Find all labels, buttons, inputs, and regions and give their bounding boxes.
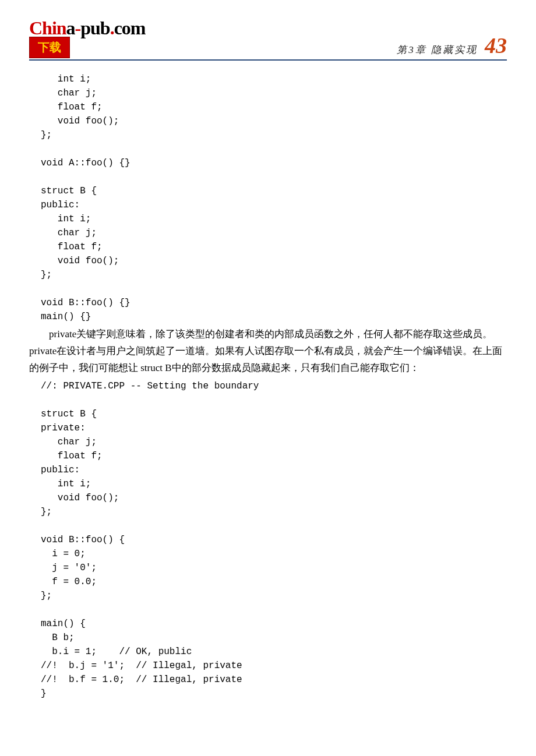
page-header: China-pub.com 下载 第3章 隐藏实现 43 bbox=[29, 17, 507, 61]
page-content: China-pub.com 下载 第3章 隐藏实现 43 int i; char… bbox=[0, 0, 536, 730]
logo-part: Chin bbox=[29, 17, 66, 38]
logo-part: . bbox=[110, 17, 114, 38]
logo-part: - bbox=[75, 17, 81, 38]
logo-area: China-pub.com 下载 bbox=[29, 17, 146, 58]
page-number: 43 bbox=[485, 33, 507, 58]
site-logo: China-pub.com bbox=[29, 17, 146, 39]
chapter-title: 第3章 隐藏实现 bbox=[397, 43, 478, 56]
logo-part: a bbox=[66, 17, 75, 38]
header-right: 第3章 隐藏实现 43 bbox=[397, 33, 507, 58]
logo-part: pub bbox=[80, 17, 110, 38]
paragraph-1: private关键字则意味着，除了该类型的创建者和类的内部成员函数之外，任何人都… bbox=[29, 326, 507, 377]
logo-part: com bbox=[114, 17, 146, 38]
download-button[interactable]: 下载 bbox=[29, 37, 70, 58]
code-block-1: int i; char j; float f; void foo(); }; v… bbox=[29, 72, 507, 324]
code-block-2: //: PRIVATE.CPP -- Setting the boundary … bbox=[29, 379, 507, 701]
